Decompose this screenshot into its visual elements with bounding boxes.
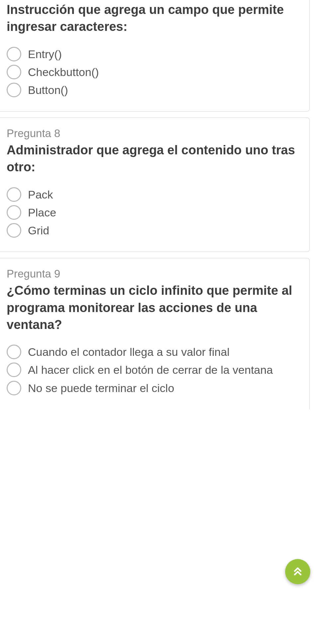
option-label: Grid <box>28 223 49 238</box>
option-label: Checkbutton() <box>28 65 99 79</box>
option-label: Entry() <box>28 47 62 61</box>
question-text: ¿Cómo terminas un ciclo infinito que per… <box>7 282 301 333</box>
question-text: Instrucción que agrega un campo que perm… <box>7 1 301 36</box>
radio-icon[interactable] <box>7 83 21 97</box>
question-number-label: Pregunta 9 <box>7 268 301 280</box>
radio-icon[interactable] <box>7 47 21 61</box>
radio-icon[interactable] <box>7 65 21 79</box>
option-row[interactable]: Grid <box>7 223 301 238</box>
radio-icon[interactable] <box>7 187 21 202</box>
option-row[interactable]: Pack <box>7 187 301 202</box>
option-label: Al hacer click en el botón de cerrar de … <box>28 362 273 377</box>
question-card: Instrucción que agrega un campo que perm… <box>0 0 310 112</box>
option-label: No se puede terminar el ciclo <box>28 381 174 395</box>
question-text: Administrador que agrega el contenido un… <box>7 142 301 176</box>
option-row[interactable]: Al hacer click en el botón de cerrar de … <box>7 362 301 377</box>
option-row[interactable]: Checkbutton() <box>7 65 301 79</box>
radio-icon[interactable] <box>7 381 21 395</box>
option-label: Place <box>28 205 56 220</box>
question-number-label: Pregunta 8 <box>7 127 301 140</box>
radio-icon[interactable] <box>7 362 21 377</box>
option-label: Pack <box>28 187 53 202</box>
option-row[interactable]: Place <box>7 205 301 220</box>
question-card: Pregunta 8 Administrador que agrega el c… <box>0 118 310 252</box>
option-row[interactable]: No se puede terminar el ciclo <box>7 381 301 395</box>
option-row[interactable]: Entry() <box>7 47 301 61</box>
radio-icon[interactable] <box>7 205 21 220</box>
option-row[interactable]: Button() <box>7 83 301 97</box>
option-row[interactable]: Cuando el contador llega a su valor fina… <box>7 345 301 359</box>
option-label: Button() <box>28 83 68 97</box>
question-card: Pregunta 9 ¿Cómo terminas un ciclo infin… <box>0 258 310 409</box>
option-label: Cuando el contador llega a su valor fina… <box>28 345 230 359</box>
radio-icon[interactable] <box>7 345 21 359</box>
radio-icon[interactable] <box>7 223 21 238</box>
